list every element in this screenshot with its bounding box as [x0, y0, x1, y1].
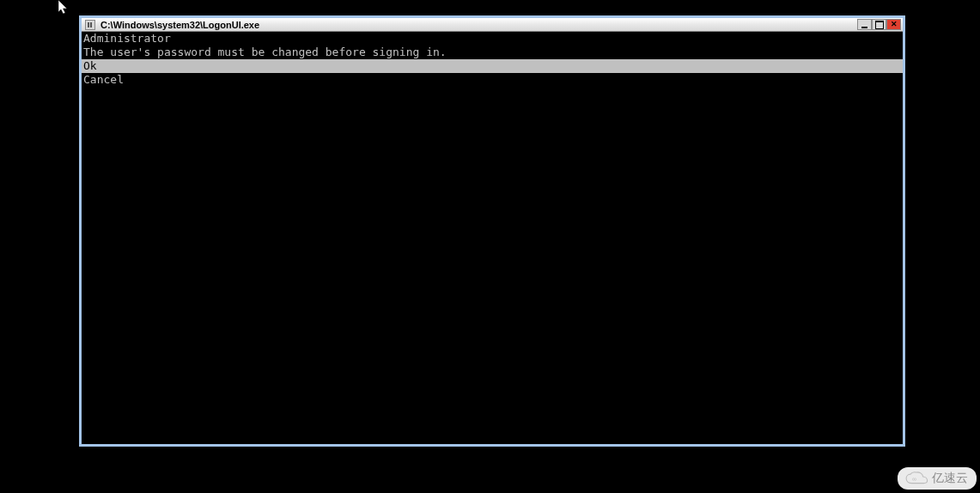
minimize-button[interactable]: [857, 19, 872, 30]
cloud-icon: ∞: [904, 471, 928, 486]
message-line: The user's password must be changed befo…: [82, 46, 903, 59]
cancel-option[interactable]: Cancel: [82, 73, 903, 87]
maximize-button[interactable]: [872, 19, 886, 30]
ok-option[interactable]: Ok: [82, 59, 903, 73]
window-controls: [857, 19, 901, 30]
app-icon: [85, 20, 95, 30]
close-button[interactable]: [886, 19, 901, 30]
watermark-text: 亿速云: [932, 471, 968, 486]
svg-text:∞: ∞: [912, 476, 916, 482]
window-titlebar[interactable]: C:\Windows\system32\LogonUI.exe: [82, 18, 903, 32]
mouse-cursor-icon: [58, 0, 70, 15]
console-window: C:\Windows\system32\LogonUI.exe Administ…: [79, 15, 905, 447]
watermark-badge: ∞ 亿速云: [898, 467, 977, 490]
console-area: Administrator The user's password must b…: [82, 32, 903, 444]
window-title: C:\Windows\system32\LogonUI.exe: [100, 20, 857, 30]
user-line: Administrator: [82, 32, 903, 46]
